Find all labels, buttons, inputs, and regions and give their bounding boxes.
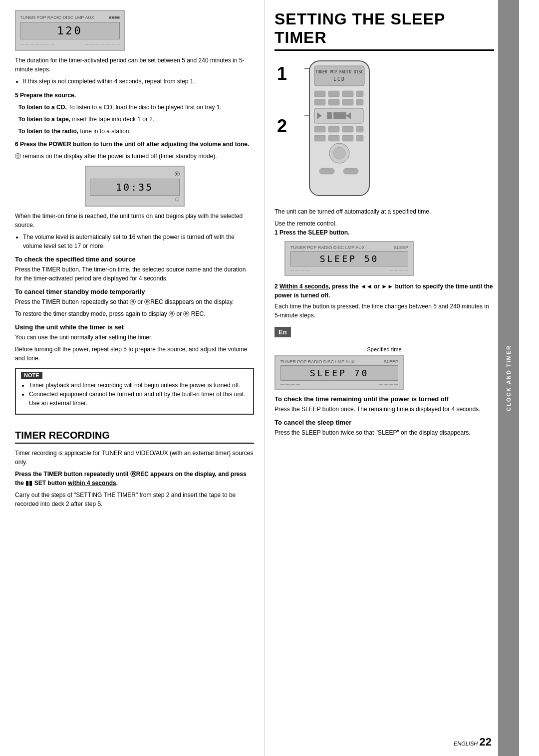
svg-rect-18	[314, 126, 325, 132]
svg-rect-1	[314, 66, 364, 86]
page-container: TUNER POP RADIO DISC LMP AUX ■■■■ 120 — …	[0, 0, 539, 756]
svg-rect-29	[343, 168, 358, 174]
timer-bullet: The volume level is automatically set to…	[23, 233, 254, 251]
svg-rect-23	[328, 135, 339, 141]
step6-body: ⓔ remains on the display after the power…	[15, 152, 254, 161]
svg-point-27	[333, 147, 345, 159]
cancel-timer-heading: To cancel timer standby mode temporarily	[15, 288, 254, 295]
step5-heading: 5 Prepare the source.	[15, 91, 254, 100]
svg-rect-10	[342, 99, 353, 105]
cancel-timer-body2: To restore the timer standby mode, press…	[15, 309, 254, 318]
svg-text:TUNER POP RADIO DISC: TUNER POP RADIO DISC	[315, 70, 364, 74]
cancel-sleep-heading: To cancel the sleep timer	[274, 419, 494, 426]
timer-recording-title: TIMER RECORDING	[15, 430, 254, 444]
svg-rect-24	[342, 135, 353, 141]
remote-steps-container: 1 2 TUNER POP RADIO DISC LCD	[274, 58, 494, 200]
svg-rect-20	[342, 126, 353, 132]
page-title: SETTING THE SLEEP TIMER	[274, 10, 494, 51]
svg-rect-15	[327, 112, 332, 119]
page-number: ENGLISH 22	[454, 736, 492, 749]
check-time-body: Press the TIMER button. The timer-on tim…	[15, 265, 254, 283]
remote-svg-container: 1 2 TUNER POP RADIO DISC LCD	[304, 58, 374, 200]
right-column: SETTING THE SLEEP TIMER 1 2 TUNER POP RA…	[265, 0, 519, 756]
step2-instruction: 2 Within 4 seconds, press the ◄◄ or ►► b…	[274, 282, 494, 300]
step5-cd: To listen to a CD, To listen to a CD, lo…	[15, 103, 254, 112]
check-off-heading: To check the time remaining until the po…	[274, 395, 494, 403]
use-remote: Use the remote control. 1 Press the SLEE…	[274, 219, 494, 237]
timer-rec-body: Timer recording is applicable for TUNER …	[15, 449, 254, 467]
en-badge: En	[274, 327, 291, 337]
svg-rect-5	[328, 91, 339, 97]
svg-rect-11	[356, 99, 363, 105]
remote-control-svg: TUNER POP RADIO DISC LCD	[304, 58, 374, 198]
svg-rect-9	[328, 99, 339, 105]
intro-text: The duration for the timer-activated per…	[15, 56, 254, 74]
left-column: TUNER POP RADIO DISC LMP AUX ■■■■ 120 — …	[0, 0, 265, 756]
step5-radio: To listen to the radio, tune in to a sta…	[15, 127, 254, 136]
step2-marker: 2	[277, 116, 287, 137]
svg-rect-16	[333, 112, 338, 119]
cancel-sleep-body: Press the SLEEP button twice so that "SL…	[274, 428, 494, 437]
svg-rect-4	[314, 91, 325, 97]
top-display-image: TUNER POP RADIO DISC LMP AUX ■■■■ 120 — …	[15, 10, 254, 51]
using-unit-heading: Using the unit while the timer is set	[15, 323, 254, 331]
timer-recording-section: TIMER RECORDING Timer recording is appli…	[15, 430, 254, 508]
step1-display-wrapper: TUNER POP RADIO DISC LMP AUXSLEEP SLEEP …	[284, 241, 494, 276]
check-time-heading: To check the specified time and source	[15, 255, 254, 263]
svg-text:LCD: LCD	[333, 76, 345, 82]
timer-rec-instruction: Press the TIMER button repeatedly until …	[15, 470, 254, 488]
step1-instruction: 1 Press the SLEEP button.	[274, 229, 349, 236]
svg-rect-28	[319, 168, 334, 174]
right-intro: The unit can be turned off automatically…	[274, 207, 494, 216]
note-box: NOTE Timer playback and timer recording …	[15, 368, 254, 415]
svg-rect-8	[314, 99, 325, 105]
timer-rec-body2: Carry out the steps of "SETTING THE TIME…	[15, 491, 254, 508]
using-unit-body1: You can use the unit normally after sett…	[15, 333, 254, 342]
bullet1: If this step is not completed within 4 s…	[23, 77, 254, 86]
sidebar-text: CLOCK AND TIMER	[506, 345, 512, 411]
specified-time-label: Specified time	[274, 345, 494, 354]
svg-rect-25	[356, 135, 363, 141]
svg-rect-19	[328, 126, 339, 132]
sidebar-label: CLOCK AND TIMER	[498, 0, 519, 756]
step5-tape: To listen to a tape, insert the tape int…	[15, 115, 254, 124]
english-label: ENGLISH	[454, 741, 478, 747]
note2: Connected equipment cannot be turned on …	[29, 390, 248, 408]
check-off-body: Press the SLEEP button once. The remaini…	[274, 405, 494, 414]
step5-cd-text: To listen to a CD, load the disc to be p…	[68, 104, 222, 111]
timer-on-text: When the timer-on time is reached, the u…	[15, 212, 254, 230]
svg-rect-22	[314, 135, 325, 141]
timer-display: ⓔ 10:35 ▢	[15, 166, 254, 207]
note1: Timer playback and timer recording will …	[29, 381, 248, 390]
svg-rect-6	[342, 91, 353, 97]
step2-body: Each time the button is pressed, the tim…	[274, 302, 494, 320]
cancel-timer-body1: Press the TIMER button repeatedly so tha…	[15, 297, 254, 306]
step1-marker: 1	[277, 63, 287, 84]
specified-time-section: Specified time TUNER POP RADIO DISC LMP …	[274, 345, 494, 390]
svg-rect-7	[356, 91, 363, 97]
note-label: NOTE	[21, 372, 42, 379]
svg-rect-17	[338, 112, 346, 119]
page-num: 22	[480, 736, 492, 748]
svg-rect-21	[356, 126, 363, 132]
step6-heading: 6 Press the POWER button to turn the uni…	[15, 140, 254, 149]
using-unit-body2: Before turning off the power, repeat ste…	[15, 345, 254, 363]
